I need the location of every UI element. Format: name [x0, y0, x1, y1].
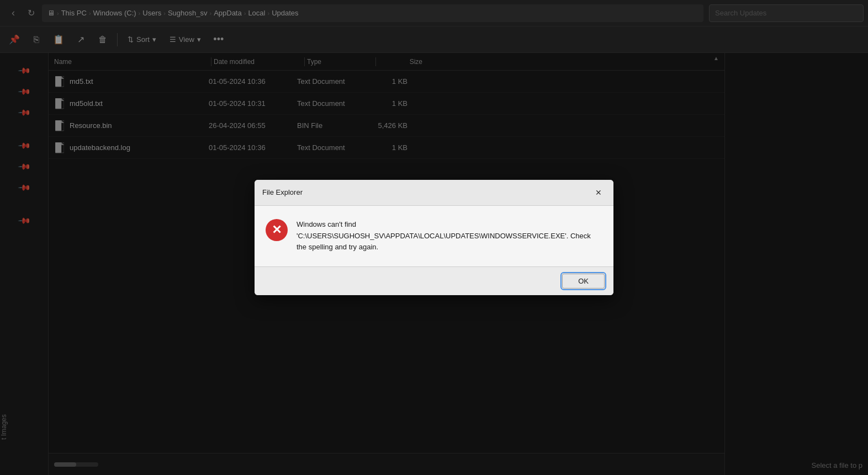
dialog-footer: OK: [255, 266, 613, 295]
dialog-body: ✕ Windows can't find 'C:\USERS\SUGHOSH_S…: [255, 206, 613, 266]
dialog-message-line1: Windows can't find: [297, 220, 356, 228]
error-icon: ✕: [266, 219, 288, 241]
dialog-titlebar: File Explorer ✕: [255, 180, 613, 206]
dialog-close-button[interactable]: ✕: [591, 185, 606, 200]
ok-button[interactable]: OK: [562, 274, 605, 289]
dialog-title: File Explorer: [262, 188, 303, 196]
dialog-message-line2: 'C:\USERS\SUGHOSH_SV\APPDATA\LOCAL\UPDAT…: [297, 232, 591, 252]
modal-overlay: File Explorer ✕ ✕ Windows can't find 'C:…: [0, 0, 868, 475]
file-explorer-dialog: File Explorer ✕ ✕ Windows can't find 'C:…: [255, 180, 613, 295]
dialog-message: Windows can't find 'C:\USERS\SUGHOSH_SV\…: [297, 219, 602, 253]
